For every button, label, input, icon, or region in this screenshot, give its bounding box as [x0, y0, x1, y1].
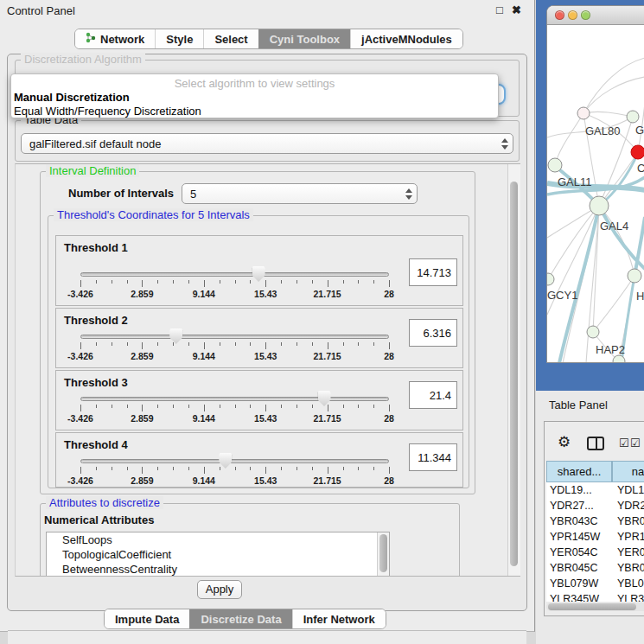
- threshold-value-field[interactable]: 14.713: [409, 258, 457, 286]
- close-traffic-light[interactable]: [555, 10, 564, 20]
- slider-tick: [265, 467, 266, 474]
- cell-shared-name: YBL079W: [550, 577, 598, 590]
- table-row[interactable]: YBR045CYBR0: [546, 560, 644, 576]
- float-window-icon[interactable]: □: [496, 3, 503, 17]
- network-window-titlebar[interactable]: [547, 6, 644, 25]
- tab-label: Network: [100, 33, 144, 46]
- tab-network[interactable]: Network: [75, 29, 155, 48]
- table-row[interactable]: YBR043CYBR0: [546, 513, 644, 529]
- table-row[interactable]: YBL079WYBL0: [546, 576, 644, 591]
- apply-strip: [8, 630, 526, 644]
- slider-tick: [80, 342, 81, 349]
- network-node-green[interactable]: [547, 273, 554, 285]
- main-scrollbar-thumb[interactable]: [510, 182, 518, 566]
- network-canvas[interactable]: GAL80GCGAL11GAL4GCY1HHAP2: [547, 25, 644, 363]
- network-node-green[interactable]: [587, 326, 599, 338]
- tab-infer-network[interactable]: Infer Network: [292, 609, 386, 628]
- threshold-value-field[interactable]: 6.316: [409, 319, 457, 347]
- list-item[interactable]: BetweennessCentrality: [47, 562, 389, 577]
- column-header-name[interactable]: na: [612, 461, 644, 482]
- network-edge: [583, 77, 644, 113]
- table-row[interactable]: YDR27...YDR2: [546, 498, 644, 513]
- attributes-group: Attributes to discretize Numerical Attri…: [40, 503, 460, 577]
- node-label: GAL80: [585, 124, 620, 137]
- minimize-traffic-light[interactable]: [568, 10, 577, 20]
- slider-tick: [235, 467, 236, 470]
- network-node-green[interactable]: [627, 111, 639, 123]
- tab-jactivemnodules[interactable]: jActiveMNodules: [350, 29, 462, 48]
- slider-tick-label: 28: [384, 475, 394, 486]
- close-window-icon[interactable]: ✖: [512, 3, 521, 17]
- network-node-red[interactable]: [631, 145, 644, 159]
- split-view-icon[interactable]: [587, 437, 604, 450]
- list-item[interactable]: TopologicalCoefficient: [47, 547, 389, 562]
- tab-style[interactable]: Style: [155, 29, 203, 48]
- slider-tick-label: 21.715: [314, 475, 341, 486]
- threshold-value-field[interactable]: 21.4: [409, 381, 457, 409]
- slider-tick: [96, 342, 97, 346]
- table-row[interactable]: YDL19...YDL1: [546, 482, 644, 498]
- column-checkbox-icon[interactable]: ☑: [619, 437, 629, 450]
- slider-tick: [96, 280, 97, 284]
- table-data-combo[interactable]: galFiltered.sif default node: [21, 133, 513, 154]
- dropdown-option[interactable]: Equal Width/Frequency Discretization: [14, 105, 491, 118]
- network-node-green[interactable]: [548, 158, 562, 172]
- list-scrollbar-thumb[interactable]: [379, 534, 387, 572]
- dropdown-option[interactable]: Manual Discretization: [14, 91, 491, 104]
- cell-shared-name: YLR345W: [550, 593, 599, 602]
- slider-tick-label: 28: [384, 289, 394, 299]
- slider-tick: [373, 342, 374, 346]
- node-table: ⚙ ☑ ☑ shared... na YDL19...YDL1YDR27...Y…: [544, 421, 644, 616]
- tab-discretize-data[interactable]: Discretize Data: [189, 609, 291, 628]
- threshold-value-field[interactable]: 11.344: [409, 443, 457, 471]
- slider-thumb[interactable]: [252, 266, 265, 282]
- network-node-green[interactable]: [590, 196, 609, 215]
- table-row[interactable]: YER054CYER0: [546, 545, 644, 560]
- tab-cyni-toolbox[interactable]: Cyni Toolbox: [258, 29, 350, 48]
- network-node-green[interactable]: [613, 355, 625, 363]
- num-intervals-combo[interactable]: 5: [182, 183, 418, 204]
- apply-button[interactable]: Apply: [197, 580, 242, 599]
- slider-track[interactable]: [80, 459, 389, 463]
- gear-icon[interactable]: ⚙: [558, 435, 571, 450]
- slider-track[interactable]: [80, 272, 389, 277]
- slider-tick: [312, 467, 313, 470]
- slider-tick-label: 9.144: [193, 413, 215, 424]
- column-header-shared-name[interactable]: shared...: [546, 461, 612, 482]
- node-label: GCY1: [547, 289, 577, 302]
- table-row[interactable]: YLR345WYLR3: [546, 591, 644, 602]
- threshold-panel: Threshold 1-3.4262.8599.14415.4321.71528…: [55, 235, 463, 306]
- slider-track[interactable]: [80, 335, 389, 339]
- numerical-attributes-list[interactable]: SelfLoopsTopologicalCoefficientBetweenne…: [46, 532, 390, 577]
- network-edge: [593, 276, 634, 332]
- slider-tick: [204, 467, 205, 474]
- table-hscrollbar-thumb[interactable]: [548, 603, 636, 610]
- slider-tick: [343, 467, 344, 470]
- slider-thumb[interactable]: [318, 391, 331, 406]
- zoom-traffic-light[interactable]: [581, 10, 590, 20]
- list-scrollbar[interactable]: [377, 532, 389, 577]
- table-hscrollbar[interactable]: [546, 603, 644, 611]
- slider-tick: [373, 467, 374, 470]
- slider-tick: [343, 342, 344, 346]
- cell-shared-name: YPR145W: [550, 531, 600, 543]
- tab-impute-data[interactable]: Impute Data: [105, 609, 189, 628]
- slider-track[interactable]: [80, 397, 389, 401]
- slider-thumb[interactable]: [219, 453, 232, 469]
- tab-select[interactable]: Select: [203, 29, 258, 48]
- slider-tick-label: 15.43: [254, 475, 277, 486]
- dropdown-prompt: Select algorithm to view settings: [11, 77, 498, 90]
- network-node-pink[interactable]: [577, 107, 590, 119]
- numerical-attributes-label: Numerical Attributes: [44, 513, 154, 526]
- column-checkbox-icon[interactable]: ☑: [630, 437, 641, 450]
- slider-tick: [188, 467, 189, 470]
- slider-tick: [173, 280, 174, 284]
- table-row[interactable]: YPR145WYPR1: [546, 529, 644, 545]
- main-scrollbar[interactable]: [507, 164, 520, 577]
- slider-tick: [204, 280, 205, 287]
- list-item[interactable]: SelfLoops: [47, 532, 389, 547]
- slider-thumb[interactable]: [169, 328, 182, 344]
- threshold-label: Threshold 4: [64, 438, 128, 451]
- network-node-green[interactable]: [628, 269, 641, 283]
- slider-tick: [250, 467, 251, 470]
